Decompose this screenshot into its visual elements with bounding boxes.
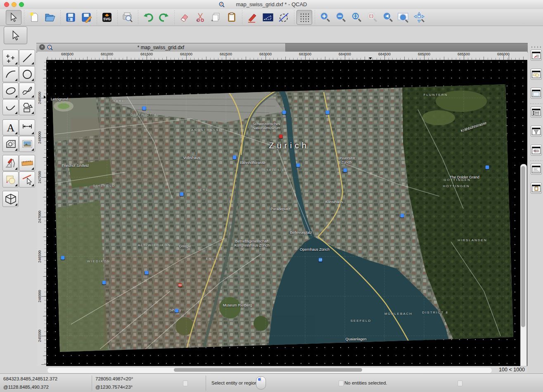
vertical-scrollbar-thumb[interactable] bbox=[521, 166, 525, 327]
clipboard-panel-button[interactable] bbox=[531, 183, 542, 194]
library-browser-button[interactable] bbox=[531, 145, 542, 156]
dock-drag-handle[interactable] bbox=[531, 46, 541, 48]
select-tool-button[interactable] bbox=[6, 10, 21, 25]
status-toggle-icon[interactable] bbox=[339, 380, 344, 386]
tab-title: * map_swiss_grid.dxf bbox=[36, 45, 285, 50]
grid-toggle-icon bbox=[299, 12, 310, 23]
map-label: Bahnhofstrasse bbox=[240, 161, 266, 165]
map-label: Opernhaus Zürich bbox=[300, 247, 330, 252]
solid-tool-button[interactable] bbox=[2, 191, 19, 207]
shape-tool-button[interactable] bbox=[19, 99, 35, 115]
spline-tool-button[interactable] bbox=[19, 83, 35, 99]
map-marker-icon bbox=[175, 309, 179, 313]
hruler-label: 685500 bbox=[458, 52, 470, 56]
hruler-label: 680500 bbox=[61, 52, 74, 56]
copy-icon: + bbox=[211, 12, 221, 23]
map-label: WIEDIKON bbox=[87, 259, 110, 263]
cut-button[interactable]: + bbox=[192, 10, 208, 25]
info-tool-button[interactable] bbox=[2, 171, 19, 188]
cad-toolbar-select-button[interactable] bbox=[4, 26, 27, 44]
measure-tool-button[interactable] bbox=[19, 155, 35, 171]
toolbar-separator bbox=[58, 10, 63, 24]
erase-button[interactable] bbox=[177, 10, 192, 25]
command-line-icon bbox=[532, 166, 541, 173]
zoom-window-button[interactable] bbox=[396, 10, 411, 25]
line-tool-button[interactable] bbox=[19, 50, 35, 66]
relative-coordinate: @1128.8485,490.372 bbox=[3, 385, 49, 390]
vertical-scrollbar[interactable] bbox=[520, 164, 527, 366]
save-as-icon bbox=[81, 12, 92, 23]
save-button[interactable] bbox=[63, 10, 78, 25]
hruler-label: 686000 bbox=[497, 52, 510, 56]
undo-icon bbox=[142, 12, 154, 23]
shape-tool-icon bbox=[21, 102, 33, 113]
modify-tool-button[interactable] bbox=[19, 171, 35, 188]
draw-settings-tool-button[interactable] bbox=[2, 155, 19, 171]
previous-view-button[interactable] bbox=[380, 10, 396, 25]
arc-tool-button[interactable] bbox=[2, 66, 19, 82]
copy-button[interactable]: + bbox=[208, 10, 224, 25]
save-as-button[interactable] bbox=[78, 10, 94, 25]
map-label: Friedhof Sihlfeld bbox=[62, 164, 88, 168]
redo-button[interactable] bbox=[156, 10, 172, 25]
zoom-in-button[interactable] bbox=[317, 10, 333, 25]
new-file-button[interactable] bbox=[26, 10, 42, 25]
property-editor-button[interactable] bbox=[531, 50, 542, 61]
command-line-button[interactable] bbox=[531, 164, 542, 175]
svg-text:A: A bbox=[7, 122, 14, 133]
zoom-out-button[interactable] bbox=[333, 10, 349, 25]
edit-pencil-icon bbox=[247, 12, 258, 23]
dimension-tool-button[interactable] bbox=[19, 119, 35, 135]
undo-button[interactable] bbox=[140, 10, 156, 25]
status-separator bbox=[206, 375, 206, 391]
arc-tool-icon bbox=[5, 69, 17, 80]
window-title: map_swiss_grid.dxf * - QCAD bbox=[0, 1, 543, 7]
ellipse-tool-button[interactable] bbox=[2, 83, 19, 99]
svg-text:+: + bbox=[211, 19, 213, 23]
map-marker-icon bbox=[344, 169, 347, 172]
open-file-button[interactable] bbox=[42, 10, 58, 25]
hatch-tool-button[interactable] bbox=[2, 136, 19, 152]
hruler-label: 682000 bbox=[180, 52, 192, 56]
map-marker-icon: 3W bbox=[178, 283, 182, 287]
snap-circle-button[interactable] bbox=[276, 10, 292, 25]
text-tool-button[interactable]: A bbox=[2, 119, 19, 135]
paste-button[interactable] bbox=[224, 10, 239, 25]
viewport-button[interactable] bbox=[531, 88, 542, 99]
circle-tool-button[interactable] bbox=[19, 66, 35, 82]
grid-toggle-button[interactable] bbox=[296, 10, 312, 25]
edit-pencil-button[interactable] bbox=[244, 10, 260, 25]
map-marker-icon: 17 bbox=[319, 258, 322, 262]
auto-zoom-button[interactable] bbox=[349, 10, 364, 25]
filter-funnel-icon bbox=[532, 128, 541, 135]
zoom-selection-button[interactable] bbox=[364, 10, 380, 25]
print-preview-button[interactable] bbox=[120, 10, 135, 25]
drawing-preferences-button[interactable] bbox=[260, 10, 276, 25]
horizontal-scrollbar-thumb[interactable] bbox=[174, 368, 362, 372]
status-toggle-icon[interactable] bbox=[458, 380, 462, 386]
erase-icon bbox=[179, 12, 190, 23]
map-label: FLUNTERN bbox=[424, 93, 448, 97]
selection-info-button[interactable] bbox=[531, 69, 542, 80]
vruler-label: 246500 bbox=[38, 248, 42, 265]
status-toggle-icon[interactable] bbox=[183, 380, 188, 386]
zoom-in-icon bbox=[319, 12, 331, 23]
pan-button[interactable] bbox=[411, 10, 427, 25]
block-filter-button[interactable] bbox=[531, 126, 542, 137]
map-label: Betriebsgesellschaft Kongresshaus Zürich bbox=[234, 239, 269, 247]
circle-tool-icon bbox=[21, 69, 33, 80]
map-label: SIHLFELD bbox=[93, 184, 115, 188]
layer-list-button[interactable] bbox=[531, 107, 542, 118]
map-marker-icon bbox=[279, 135, 283, 138]
drawing-canvas[interactable]: ZürichHARDDISTRICT 4LANGSTRASSESIHLFELDW… bbox=[46, 60, 527, 366]
grid-spacing-label: 100 < 1000 bbox=[499, 367, 525, 373]
image-tool-button[interactable] bbox=[19, 136, 35, 152]
layer-list-icon bbox=[532, 109, 541, 116]
svg-export-button[interactable]: SVG bbox=[99, 10, 115, 25]
point-tool-button[interactable] bbox=[2, 50, 19, 66]
point-tool-icon bbox=[5, 52, 17, 64]
polyline-tool-button[interactable] bbox=[2, 99, 19, 115]
property-editor-icon bbox=[532, 52, 541, 59]
horizontal-scrollbar[interactable] bbox=[47, 367, 492, 373]
document-tab[interactable]: × * map_swiss_grid.dxf bbox=[36, 43, 286, 52]
